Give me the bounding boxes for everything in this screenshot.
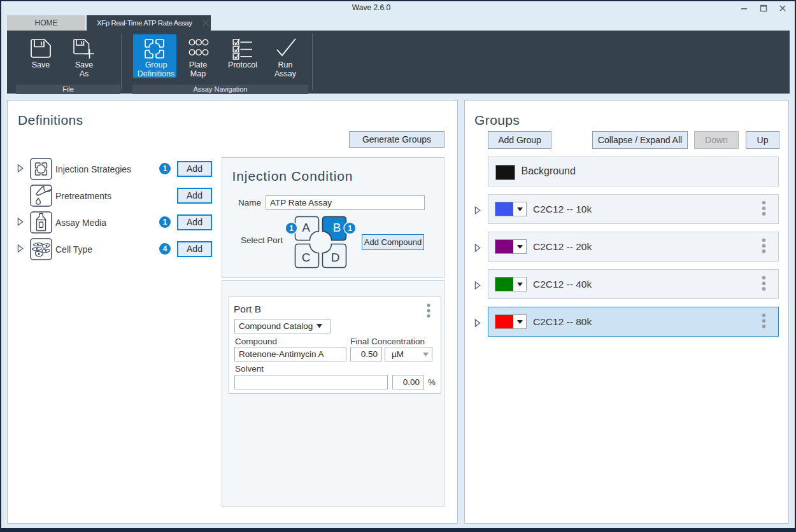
svg-text:B: B [333, 221, 341, 234]
svg-text:D: D [331, 251, 340, 264]
svg-text:A: A [302, 221, 310, 234]
svg-text:1: 1 [348, 224, 352, 233]
svg-text:C: C [302, 251, 311, 264]
svg-text:1: 1 [289, 224, 294, 233]
